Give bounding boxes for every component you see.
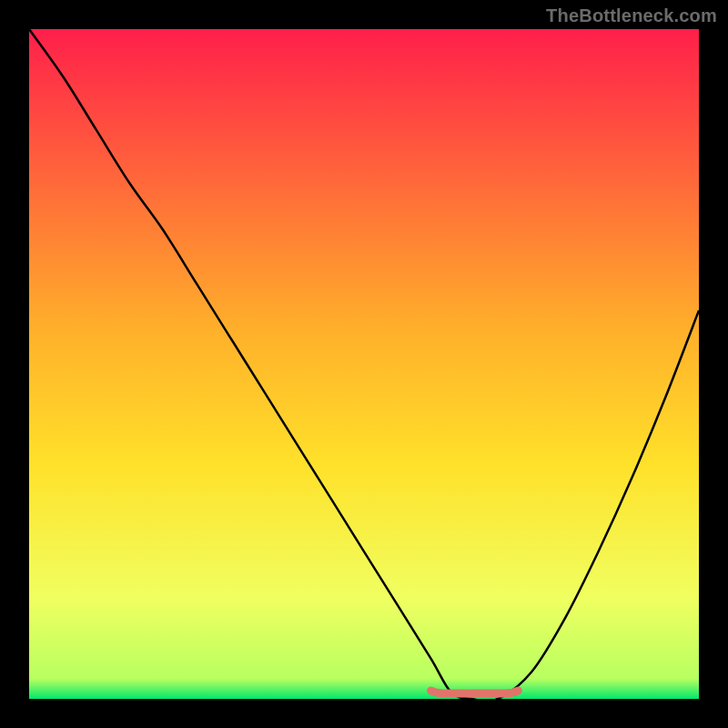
chart-frame: TheBottleneck.com [0, 0, 728, 728]
bottleneck-curve [29, 29, 699, 699]
optimal-marker [431, 691, 519, 693]
plot-area [29, 29, 699, 699]
curve-layer [29, 29, 699, 699]
watermark-text: TheBottleneck.com [546, 5, 717, 26]
